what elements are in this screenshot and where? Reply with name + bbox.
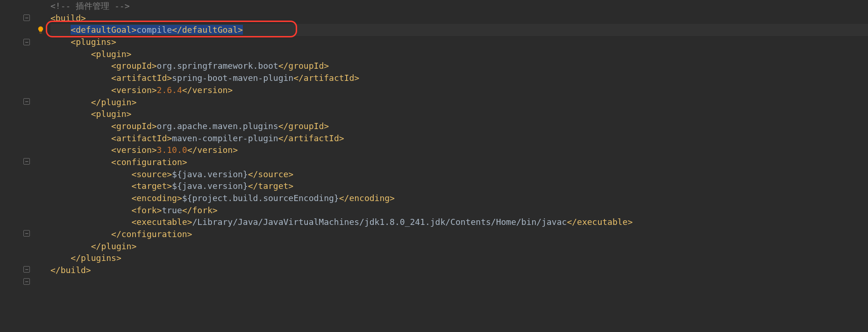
- xml-text: 2.6.4: [157, 85, 182, 95]
- xml-text: compile: [136, 25, 172, 35]
- code-line: <encoding>${project.build.sourceEncoding…: [50, 192, 868, 204]
- xml-text: ${java.version}: [172, 169, 248, 179]
- xml-tag: </configuration>: [111, 229, 192, 239]
- xml-text: maven-compiler-plugin: [172, 133, 278, 143]
- xml-tag: <encoding>: [131, 193, 182, 203]
- xml-tag: <configuration>: [111, 157, 187, 167]
- xml-tag: <artifactId>: [111, 133, 172, 143]
- xml-text: ${java.version}: [172, 181, 248, 191]
- code-line: </plugin>: [50, 96, 868, 108]
- code-line: <source>${java.version}</source>: [50, 168, 868, 180]
- fold-marker-icon[interactable]: [23, 158, 30, 165]
- code-line: <configuration>: [50, 156, 868, 168]
- xml-tag: </version>: [187, 145, 238, 155]
- xml-text: spring-boot-maven-plugin: [172, 73, 293, 83]
- code-line: </build>: [50, 264, 868, 276]
- xml-tag: <groupId>: [111, 121, 157, 131]
- xml-tag: <executable>: [131, 217, 192, 227]
- code-line: <!-- 插件管理 -->: [50, 0, 868, 12]
- xml-tag: </source>: [248, 169, 294, 179]
- code-line-highlighted: <defaultGoal>compile</defaultGoal>: [50, 24, 868, 36]
- code-line: <plugins>: [50, 36, 868, 48]
- xml-tag: </encoding>: [339, 193, 395, 203]
- code-line: <fork>true</fork>: [50, 204, 868, 217]
- code-line: <build>: [50, 12, 868, 24]
- selection: <defaultGoal>compile</defaultGoal>: [71, 25, 242, 35]
- code-line: <version>2.6.4</version>: [50, 84, 868, 96]
- xml-text: /Library/Java/JavaVirtualMachines/jdk1.8…: [192, 217, 567, 227]
- xml-tag: <fork>: [131, 205, 162, 215]
- xml-tag: <target>: [131, 181, 172, 191]
- fold-marker-icon[interactable]: [23, 14, 30, 21]
- code-line: <groupId>org.springframework.boot</group…: [50, 60, 868, 72]
- xml-tag: <plugin>: [91, 49, 132, 59]
- xml-tag: </artifactId>: [278, 133, 344, 143]
- xml-tag: <plugin>: [91, 109, 132, 119]
- xml-tag: </defaultGoal>: [172, 25, 243, 35]
- xml-tag: </fork>: [182, 205, 218, 215]
- xml-tag: </target>: [248, 181, 294, 191]
- fold-marker-icon[interactable]: [23, 39, 30, 45]
- xml-tag: <build>: [50, 13, 86, 23]
- gutter: [0, 0, 47, 332]
- code-area[interactable]: <!-- 插件管理 --> <build> <defaultGoal>compi…: [47, 0, 868, 332]
- code-editor[interactable]: <!-- 插件管理 --> <build> <defaultGoal>compi…: [0, 0, 868, 332]
- code-line: <artifactId>spring-boot-maven-plugin</ar…: [50, 72, 868, 84]
- fold-marker-icon[interactable]: [23, 266, 30, 273]
- xml-text: ${project.build.sourceEncoding}: [182, 193, 339, 203]
- code-line: <groupId>org.apache.maven.plugins</group…: [50, 120, 868, 132]
- code-line: </configuration>: [50, 228, 868, 240]
- xml-comment: <!-- 插件管理 -->: [50, 1, 130, 11]
- xml-text: true: [162, 205, 182, 215]
- fold-marker-icon[interactable]: [23, 278, 30, 285]
- xml-tag: <version>: [111, 85, 157, 95]
- lightbulb-icon[interactable]: [36, 26, 45, 34]
- fold-marker-icon[interactable]: [23, 98, 30, 105]
- xml-text: org.apache.maven.plugins: [157, 121, 278, 131]
- xml-tag: </groupId>: [278, 61, 329, 71]
- xml-tag: </groupId>: [278, 121, 329, 131]
- xml-tag: </plugin>: [91, 97, 137, 107]
- xml-tag: </version>: [182, 85, 233, 95]
- xml-tag: <groupId>: [111, 61, 157, 71]
- code-line: <version>3.10.0</version>: [50, 144, 868, 156]
- xml-tag: <source>: [131, 169, 172, 179]
- code-line: <executable>/Library/Java/JavaVirtualMac…: [50, 216, 868, 228]
- code-line: </plugin>: [50, 240, 868, 253]
- code-line: <artifactId>maven-compiler-plugin</artif…: [50, 132, 868, 144]
- xml-tag: <defaultGoal>: [71, 25, 136, 35]
- xml-tag: <artifactId>: [111, 73, 172, 83]
- xml-tag: <plugins>: [71, 37, 116, 47]
- code-line: </plugins>: [50, 252, 868, 264]
- xml-tag: </build>: [50, 265, 91, 275]
- xml-tag: </plugins>: [71, 253, 121, 263]
- code-line: <target>${java.version}</target>: [50, 180, 868, 192]
- xml-tag: </plugin>: [91, 241, 137, 251]
- code-line: <plugin>: [50, 108, 868, 120]
- xml-tag: </artifactId>: [293, 73, 359, 83]
- xml-tag: </executable>: [567, 217, 633, 227]
- fold-marker-icon[interactable]: [23, 230, 30, 237]
- xml-tag: <version>: [111, 145, 157, 155]
- code-line: <plugin>: [50, 48, 868, 60]
- xml-text: org.springframework.boot: [157, 61, 278, 71]
- xml-text: 3.10.0: [157, 145, 187, 155]
